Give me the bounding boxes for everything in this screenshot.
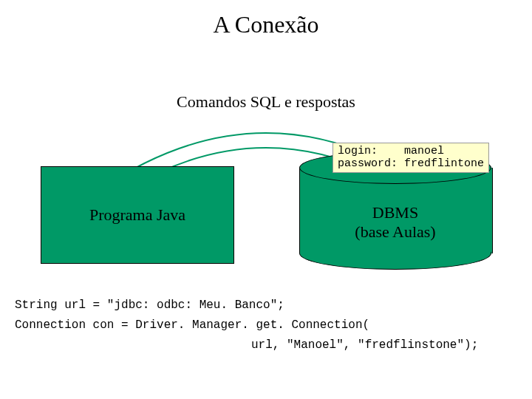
java-program-label: Programa Java (89, 205, 185, 225)
code-line-1: String url = "jdbc: odbc: Meu. Banco"; (15, 296, 369, 316)
dbms-label-line1: DBMS (299, 203, 491, 222)
code-block: String url = "jdbc: odbc: Meu. Banco"; C… (15, 296, 369, 335)
code-line-3: url, "Manoel", "fredflinstone"); (251, 338, 478, 352)
java-program-box: Programa Java (41, 166, 234, 264)
password-label: password: (338, 157, 398, 170)
dbms-label-line2: (base Aulas) (299, 222, 491, 242)
password-value: fredflintone (404, 157, 484, 170)
page-title: A Conexão (0, 11, 532, 38)
login-label: login: (338, 145, 378, 157)
code-line-2: Connection con = Driver. Manager. get. C… (15, 316, 369, 335)
login-value: manoel (404, 145, 444, 157)
credentials-box: login: manoel password: fredflintone (332, 143, 489, 173)
arc-label: Comandos SQL e respostas (0, 92, 532, 112)
